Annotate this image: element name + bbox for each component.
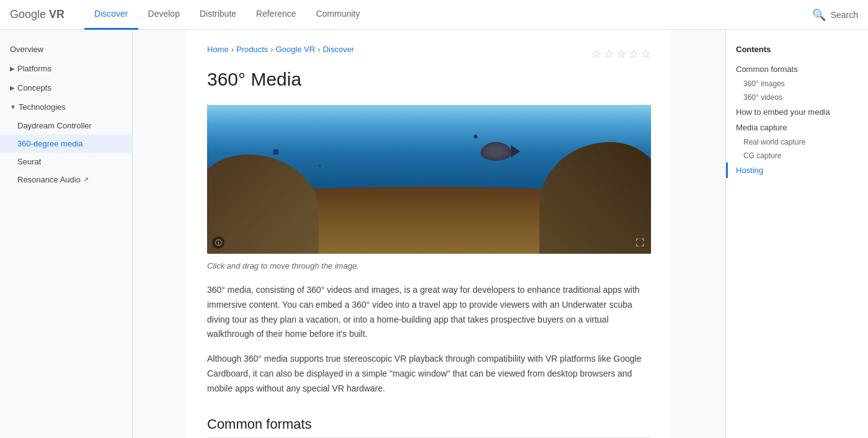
page-title: 360° Media [207,69,651,90]
toc-title: Contents [726,45,868,61]
sidebar-item-technologies[interactable]: ▼ Technologies [0,97,132,117]
sidebar-item-resonance-audio[interactable]: Resonance Audio ↗ [0,171,132,189]
nav-links: Discover Develop Distribute Reference Co… [84,0,812,30]
fish-tail [511,145,520,158]
search-label: Search [831,10,858,20]
nav-community[interactable]: Community [306,0,370,30]
page-layout: Overview ▶ Platforms ▶ Concepts ▼ Techno… [0,30,868,438]
breadcrumb-google-vr[interactable]: Google VR [276,45,316,54]
breadcrumb: Home › Products › Google VR › Discover [207,45,354,54]
image-caption: Click and drag to move through the image… [207,261,651,270]
toc-how-to-embed[interactable]: How to embed your media [726,104,868,120]
toc-real-world-capture[interactable]: Real world capture [726,135,868,149]
star-4[interactable]: ☆ [629,47,639,61]
toc-cg-capture[interactable]: CG capture [726,149,868,163]
fish-body [480,142,512,161]
chevron-right-icon: ▶ [10,84,15,91]
toc-hosting[interactable]: Hosting [726,163,868,178]
bubble-1 [273,150,278,154]
external-link-icon: ↗ [83,176,89,184]
nav-distribute[interactable]: Distribute [190,0,246,30]
breadcrumb-sep-1: › [231,45,234,54]
sidebar-item-overview[interactable]: Overview [0,40,132,59]
star-2[interactable]: ☆ [604,47,614,61]
content-inner: Home › Products › Google VR › Discover ☆… [187,30,671,438]
toc-common-formats[interactable]: Common formats [726,61,868,77]
sidebar-item-daydream-controller[interactable]: Daydream Controller [0,117,132,135]
breadcrumb-sep-3: › [317,45,320,54]
star-1[interactable]: ☆ [591,47,601,61]
sidebar-item-concepts[interactable]: ▶ Concepts [0,78,132,97]
nav-reference[interactable]: Reference [246,0,306,30]
main-content: Home › Products › Google VR › Discover ☆… [133,30,725,438]
info-icon-button[interactable]: ⓘ [212,236,224,249]
top-navigation: Google VR Discover Develop Distribute Re… [0,0,868,30]
star-5[interactable]: ☆ [641,47,651,61]
search-icon: 🔍 [812,8,826,22]
bubble-3 [474,135,477,138]
toc-360-images[interactable]: 360° images [726,77,868,91]
nav-develop[interactable]: Develop [138,0,190,30]
chevron-right-icon: ▶ [10,65,15,72]
section-heading-common-formats: Common formats [207,416,651,438]
left-sidebar: Overview ▶ Platforms ▶ Concepts ▼ Techno… [0,30,133,438]
360-media-image [207,105,651,254]
right-sidebar-toc: Contents Common formats 360° images 360°… [725,30,868,438]
body-paragraph-2: Although 360° media supports true stereo… [207,352,651,396]
breadcrumb-sep-2: › [270,45,273,54]
toc-360-videos[interactable]: 360° videos [726,91,868,104]
body-paragraph-1: 360° media, consisting of 360° videos an… [207,283,651,342]
sidebar-item-360-degree-media[interactable]: 360-degree media [0,135,132,153]
nav-discover[interactable]: Discover [84,0,138,30]
breadcrumb-home[interactable]: Home [207,45,229,54]
breadcrumb-products[interactable]: Products [236,45,268,54]
logo-google: Google [10,8,46,21]
site-logo[interactable]: Google VR [10,8,64,21]
search-button[interactable]: 🔍 Search [812,8,858,22]
star-3[interactable]: ☆ [616,47,626,61]
sidebar-item-platforms[interactable]: ▶ Platforms [0,59,132,78]
chevron-down-icon: ▼ [10,104,16,110]
fish [480,142,518,164]
media-container[interactable]: ⓘ ⛶ [207,105,651,254]
toc-media-capture[interactable]: Media capture [726,120,868,135]
underwater-scene [207,105,651,254]
sidebar-item-seurat[interactable]: Seurat [0,153,132,171]
logo-vr: VR [49,8,64,21]
star-rating: ☆ ☆ ☆ ☆ ☆ [591,47,651,61]
breadcrumb-discover[interactable]: Discover [323,45,355,54]
bubble-2 [318,164,321,168]
fullscreen-button[interactable]: ⛶ [634,236,646,249]
